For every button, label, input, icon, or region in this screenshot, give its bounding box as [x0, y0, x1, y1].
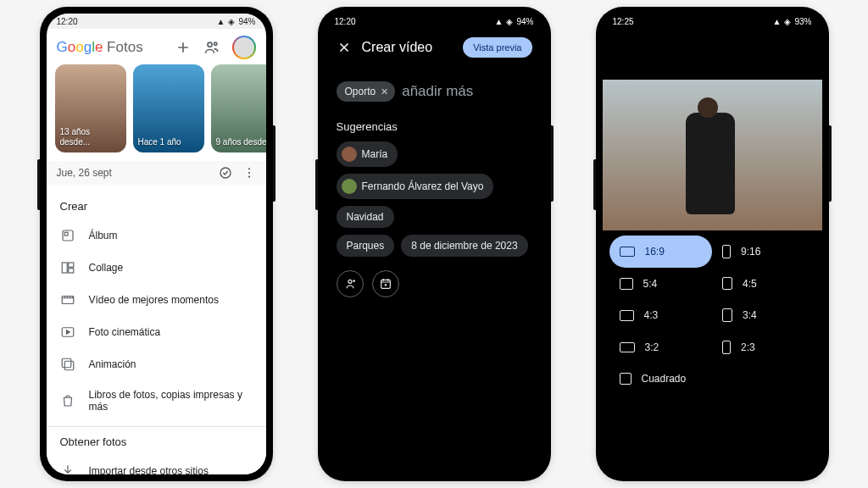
memory-label: 9 años desde... [216, 137, 266, 147]
square-icon [620, 373, 632, 385]
shopping-bag-icon [60, 393, 75, 408]
signal-icon: ▲ [773, 17, 782, 26]
add-people-button[interactable] [337, 270, 364, 297]
suggestion-maria[interactable]: María [337, 141, 398, 167]
create-animation-item[interactable]: Animación [47, 348, 266, 380]
status-time: 12:25 [613, 17, 634, 26]
create-bottom-sheet: Crear Álbum Collage Vídeo de mejores mom… [47, 186, 266, 474]
animation-icon [60, 357, 75, 372]
battery-text: 94% [238, 17, 255, 26]
status-time: 12:20 [335, 17, 356, 26]
memory-card[interactable]: 9 años desde... [211, 64, 266, 152]
import-item[interactable]: Importar desde otros sitios [47, 455, 266, 474]
svg-point-2 [220, 168, 231, 178]
suggestion-date[interactable]: 8 de diciembre de 2023 [401, 235, 527, 257]
sheet-section-title: Obtener fotos [47, 432, 266, 455]
item-label: Foto cinemática [89, 326, 161, 338]
create-collage-item[interactable]: Collage [47, 252, 266, 284]
svg-point-0 [208, 42, 212, 47]
share-people-icon[interactable] [203, 39, 220, 56]
download-icon [60, 463, 75, 474]
svg-rect-14 [62, 358, 71, 368]
item-label: Animación [89, 358, 136, 370]
ratio-3-2[interactable]: 3:2 [609, 331, 713, 363]
phone-google-photos: 12:20 ▲ ◈ 94% Google Fotos 13 a [40, 7, 273, 481]
suggestion-navidad[interactable]: Navidad [337, 206, 394, 228]
ratio-4-5[interactable]: 4:5 [712, 268, 815, 299]
add-date-button[interactable] [372, 270, 399, 297]
ratio-3-4[interactable]: 3:4 [712, 299, 815, 331]
item-label: Libros de fotos, copias impresas y más [89, 389, 253, 413]
add-more-hint: añadir más [402, 83, 473, 100]
ratio-4-3[interactable]: 4:3 [609, 299, 713, 331]
battery-text: 94% [516, 17, 533, 26]
item-label: Importar desde otros sitios [89, 465, 209, 474]
avatar-icon [342, 179, 357, 194]
wifi-icon: ◈ [506, 17, 513, 26]
date-header-row: Jue, 26 sept [47, 161, 266, 185]
status-bar: 12:20 ▲ ◈ 94% [325, 14, 544, 29]
selected-chip-oporto[interactable]: Oporto ✕ [337, 81, 396, 102]
aspect-ratio-grid: 16:9 9:16 5:4 4:5 4:3 3:4 [603, 230, 822, 399]
ratio-label: 4:5 [743, 278, 757, 290]
ratio-square[interactable]: Cuadrado [609, 363, 815, 394]
memory-label: 13 años desde... [60, 127, 121, 147]
landscape-icon [620, 310, 634, 321]
google-photos-logo: Google Fotos [57, 39, 143, 56]
suggestion-label: María [362, 148, 388, 160]
portrait-icon [722, 245, 731, 258]
ratio-9-16[interactable]: 9:16 [712, 236, 815, 268]
close-icon[interactable] [337, 40, 352, 55]
ratio-label: 5:4 [643, 278, 658, 290]
signal-icon: ▲ [495, 17, 504, 26]
suggestions-label: Sugerencias [325, 107, 544, 141]
ratio-2-3[interactable]: 2:3 [712, 331, 815, 363]
chip-label: Oporto [345, 86, 376, 97]
memory-label: Hace 1 año [138, 137, 181, 147]
portrait-icon [722, 308, 732, 322]
screen-title: Crear vídeo [362, 40, 453, 55]
create-album-item[interactable]: Álbum [47, 219, 266, 252]
phone-aspect-ratio: 12:25 ▲ ◈ 93% 16:9 9:16 5:4 [596, 7, 829, 481]
avatar-icon [342, 147, 357, 162]
ratio-label: 4:3 [644, 309, 659, 321]
landscape-icon [620, 278, 633, 290]
more-icon[interactable] [242, 166, 256, 180]
suggestion-label: Parques [347, 240, 385, 252]
add-icon[interactable] [175, 39, 192, 56]
memories-carousel[interactable]: 13 años desde... Hace 1 año 9 años desde… [47, 64, 266, 161]
svg-point-15 [348, 280, 352, 283]
chip-remove-icon[interactable]: ✕ [381, 86, 388, 97]
ratio-16-9[interactable]: 16:9 [609, 236, 713, 268]
svg-point-5 [248, 176, 249, 178]
svg-rect-8 [62, 263, 67, 273]
suggestion-fernando[interactable]: Fernando Álvarez del Vayo [337, 174, 494, 199]
preview-button[interactable]: Vista previa [463, 37, 531, 58]
ratio-5-4[interactable]: 5:4 [609, 268, 713, 299]
phone-create-video: 12:20 ▲ ◈ 94% Crear vídeo Vista previa O… [318, 7, 551, 481]
video-preview[interactable] [603, 80, 822, 230]
create-prints-item[interactable]: Libros de fotos, copias impresas y más [47, 380, 266, 421]
create-highlight-video-item[interactable]: Vídeo de mejores momentos [47, 284, 266, 316]
svg-rect-10 [68, 269, 73, 273]
ratio-label: 3:2 [645, 341, 659, 353]
select-all-icon[interactable] [219, 166, 232, 180]
memory-card[interactable]: 13 años desde... [55, 64, 126, 152]
portrait-icon [722, 277, 732, 290]
ratio-label: 3:4 [743, 309, 757, 321]
account-avatar[interactable] [232, 36, 256, 59]
sheet-title: Crear [47, 197, 266, 219]
create-cinematic-item[interactable]: Foto cinemática [47, 316, 266, 348]
wifi-icon: ◈ [228, 17, 235, 26]
wifi-icon: ◈ [784, 17, 791, 26]
suggestion-parques[interactable]: Parques [337, 235, 395, 257]
collage-icon [60, 260, 75, 275]
svg-point-1 [214, 42, 216, 45]
memory-card[interactable]: Hace 1 año [133, 64, 204, 152]
signal-icon: ▲ [217, 17, 225, 26]
search-chip-row[interactable]: Oporto ✕ añadir más [325, 66, 544, 107]
status-time: 12:20 [57, 17, 78, 26]
cinematic-icon [60, 324, 75, 340]
landscape-icon [620, 247, 635, 257]
suggestion-label: 8 de diciembre de 2023 [411, 240, 517, 252]
